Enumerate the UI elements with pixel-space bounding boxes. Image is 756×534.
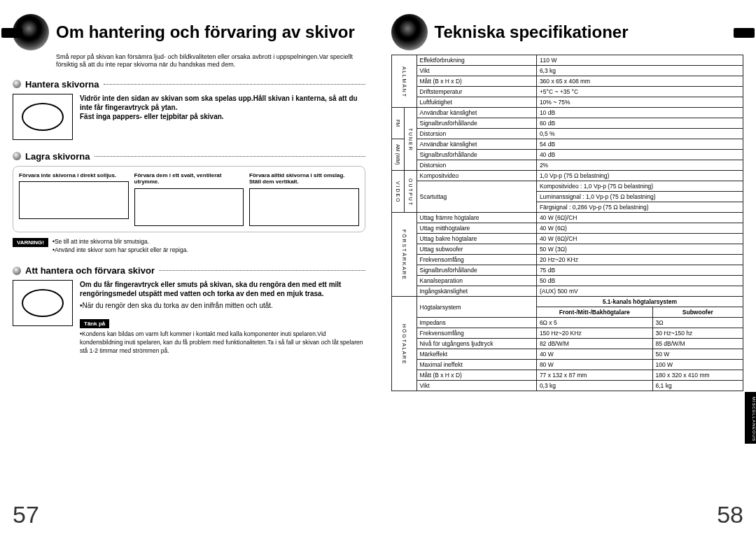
section-handle: Hantera skivorna Vidrör inte den sidan a… — [13, 79, 365, 140]
table-cell: V I D E O — [391, 171, 404, 213]
section-store: Lagra skivorna Förvara inte skivorna i d… — [13, 151, 365, 255]
table-cell: 50 W (3Ω) — [536, 244, 743, 255]
table-cell: FM — [391, 108, 404, 139]
table-cell: Märkeffekt — [416, 349, 536, 360]
no-sun-illustration — [19, 181, 129, 219]
table-cell: 0,3 kg — [536, 381, 652, 391]
warning-line: •Se till att inte skivorna blir smutsiga… — [52, 238, 188, 246]
table-cell: 40 W (6Ω)/CH — [536, 213, 743, 223]
side-tab: MISCELLANEOUS — [745, 392, 756, 444]
section-note: •När du rengör den ska du torka av den i… — [80, 301, 365, 310]
warning-badge: VARNING! — [13, 238, 48, 247]
table-cell: 150 Hz~20 KHz — [536, 328, 652, 339]
table-cell: 360 x 65 x 408 mm — [536, 76, 743, 87]
table-cell: Högtalarsystem — [416, 297, 536, 318]
table-cell: A L L M Ä N T — [391, 55, 416, 108]
table-cell: (AUX) 500 mV — [536, 286, 743, 297]
section-body: Vidrör inte den sidan av skivan som ska … — [80, 94, 365, 140]
table-cell: Signalbrusförhållande — [416, 265, 536, 276]
table-cell: 40 W (6Ω)/CH — [536, 234, 743, 244]
disc-icon — [391, 14, 428, 50]
bullet-icon — [13, 267, 21, 275]
table-cell: 6,3 kg — [536, 66, 743, 76]
table-cell: 2% — [536, 160, 743, 171]
table-cell: Driftstemperatur — [416, 87, 536, 97]
table-cell: 82 dB/W/M — [536, 339, 652, 349]
page-left: Om hantering och förvaring av skivor Små… — [0, 0, 378, 534]
table-cell: 77 x 132 x 87 mm — [536, 370, 652, 381]
table-cell: 180 x 320 x 410 mm — [652, 370, 743, 381]
table-cell: T U N E R — [404, 108, 416, 171]
store-caption: Förvara dem i ett svalt, ventilerat utry… — [134, 172, 244, 185]
table-cell: 80 W — [536, 360, 652, 370]
table-cell: 40 W (6Ω) — [536, 223, 743, 234]
intro-text: Små repor på skivan kan försämra ljud- o… — [56, 53, 365, 69]
vertical-case-illustration — [249, 188, 359, 226]
store-col: Förvara alltid skivorna i sitt omslag. S… — [249, 172, 359, 226]
store-col: Förvara inte skivorna i direkt solljus. — [19, 172, 129, 226]
table-cell: 50 dB — [536, 276, 743, 286]
table-cell: Mått (B x H x D) — [416, 76, 536, 87]
table-cell: 0,5 % — [536, 129, 743, 139]
table-cell: 100 W — [652, 360, 743, 370]
table-cell: Frekvensomfång — [416, 255, 536, 265]
table-cell: 1,0 Vp-p (75 Ω belastning) — [536, 171, 743, 181]
cool-place-illustration — [134, 188, 244, 226]
store-col: Förvara dem i ett svalt, ventilerat utry… — [134, 172, 244, 226]
warning-line: •Använd inte skivor som har spruckit ell… — [52, 246, 188, 255]
table-cell: Kanalseparation — [416, 276, 536, 286]
store-caption: Förvara inte skivorna i direkt solljus. — [19, 172, 129, 179]
table-cell: Vikt — [416, 381, 536, 391]
section-body: Om du får fingeravtryck eller smuts på s… — [80, 280, 365, 298]
page-tab-right — [734, 28, 755, 38]
page-tab-left — [1, 28, 22, 38]
think-badge: Tänk på — [80, 319, 109, 328]
table-cell: H Ö G T A L A R E — [391, 297, 416, 391]
table-cell: 110 W — [536, 55, 743, 66]
table-cell: Uttag mitthögtalare — [416, 223, 536, 234]
table-cell: Uttag främre högtalare — [416, 213, 536, 223]
table-cell: Kompositvideo — [416, 171, 536, 181]
title-row-left: Om hantering och förvaring av skivor — [13, 14, 365, 50]
section-heading: Att hantera och förvara skivor — [25, 265, 155, 276]
table-cell: Luminanssignal : 1,0 Vp-p (75 Ω belastni… — [536, 192, 743, 202]
table-cell: Effektförbrukning — [416, 55, 536, 66]
table-header: 5.1-kanals högtalarsystem — [536, 297, 743, 307]
table-cell: 30 Hz~150 hz — [652, 328, 743, 339]
table-cell: Frekvensomfång — [416, 328, 536, 339]
table-cell: Nivå för utgångens ljudtryck — [416, 339, 536, 349]
table-cell: Användbar känslighet — [416, 139, 536, 150]
page-right: MISCELLANEOUS Tekniska specifikationer A… — [378, 0, 757, 534]
table-cell: Scartuttag — [416, 181, 536, 213]
table-cell: 54 dB — [536, 139, 743, 150]
table-header: Front-/Mitt-/Bakhögtalare — [536, 307, 652, 318]
specs-table: A L L M Ä N TEffektförbrukning110 WVikt6… — [391, 55, 744, 391]
table-cell: +5°C ~ +35 °C — [536, 87, 743, 97]
section-heading: Lagra skivorna — [25, 151, 90, 162]
table-cell: 85 dB/W/M — [652, 339, 743, 349]
table-cell: Distorsion — [416, 129, 536, 139]
table-cell: Vikt — [416, 66, 536, 76]
table-cell: Impedans — [416, 318, 536, 328]
table-cell: 10 dB — [536, 108, 743, 118]
page-title-right: Tekniska specifikationer — [435, 22, 629, 42]
table-cell: 10% ~ 75% — [536, 97, 743, 108]
title-row-right: Tekniska specifikationer — [391, 14, 744, 50]
bullet-icon — [13, 80, 21, 88]
table-cell: Färgsignal : 0,286 Vp-p (75 Ω belastning… — [536, 202, 743, 213]
table-cell: Maximal ineffekt — [416, 360, 536, 370]
page-number-left: 57 — [13, 501, 39, 528]
table-cell: Distorsion — [416, 160, 536, 171]
table-cell: Kompositvideo : 1,0 Vp-p (75 Ω belastnin… — [536, 181, 743, 192]
table-cell: 20 Hz~20 KHz — [536, 255, 743, 265]
table-cell: 75 dB — [536, 265, 743, 276]
table-cell: 6,1 kg — [652, 381, 743, 391]
table-cell: Signalbrusförhållande — [416, 118, 536, 129]
section-clean: Att hantera och förvara skivor Om du får… — [13, 265, 365, 356]
table-cell: Uttag bakre högtalare — [416, 234, 536, 244]
table-cell: 40 dB — [536, 150, 743, 160]
table-cell: Ingångskänslighet — [416, 286, 536, 297]
table-cell: 3Ω — [652, 318, 743, 328]
page-number-right: 58 — [717, 501, 743, 528]
table-cell: 40 W — [536, 349, 652, 360]
